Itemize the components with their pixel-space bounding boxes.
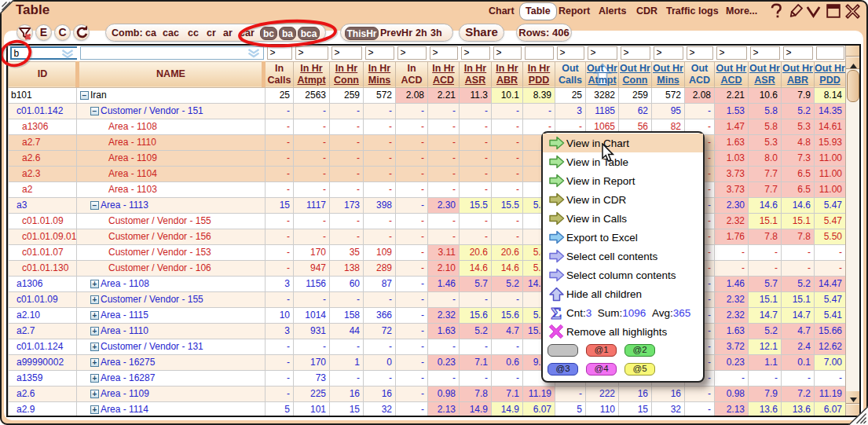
svg-text:Σ: Σ	[551, 305, 562, 321]
